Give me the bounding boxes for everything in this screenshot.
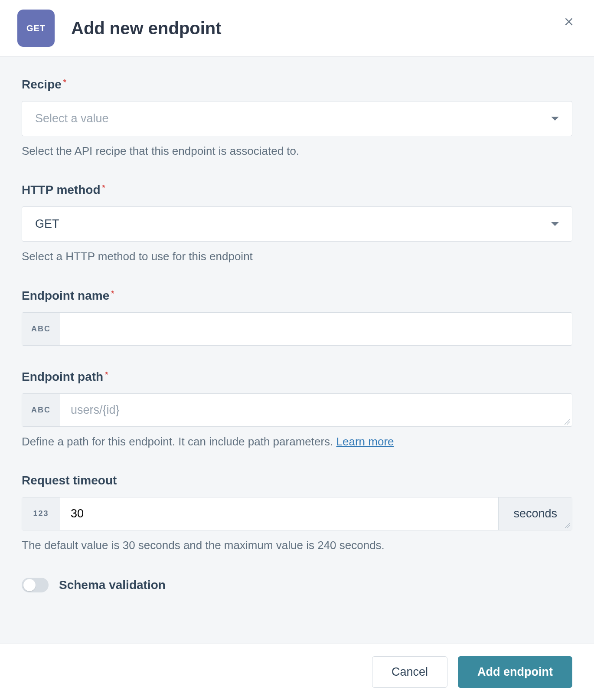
http-method-badge: GET <box>17 10 55 47</box>
http-method-help: Select a HTTP method to use for this end… <box>22 249 572 264</box>
field-request-timeout: Request timeout 123 seconds The default … <box>22 474 572 553</box>
cancel-button[interactable]: Cancel <box>372 656 447 688</box>
recipe-label-text: Recipe <box>22 78 62 91</box>
text-type-icon: ABC <box>22 313 60 345</box>
http-method-value: GET <box>35 217 59 231</box>
recipe-label: Recipe* <box>22 78 572 92</box>
add-endpoint-button[interactable]: Add endpoint <box>458 656 572 688</box>
field-endpoint-name: Endpoint name* ABC <box>22 289 572 346</box>
dialog-header: GET Add new endpoint <box>0 0 594 57</box>
close-icon <box>563 16 574 27</box>
close-button[interactable] <box>563 16 575 28</box>
http-method-label: HTTP method* <box>22 183 572 197</box>
recipe-select[interactable]: Select a value <box>22 101 572 136</box>
endpoint-name-label: Endpoint name* <box>22 289 572 303</box>
field-recipe: Recipe* Select a value Select the API re… <box>22 78 572 159</box>
request-timeout-input-group: 123 seconds <box>22 497 572 530</box>
endpoint-path-help-text: Define a path for this endpoint. It can … <box>22 435 336 448</box>
endpoint-path-input-group: ABC <box>22 393 572 427</box>
dialog-footer: Cancel Add endpoint <box>0 644 594 700</box>
request-timeout-help: The default value is 30 seconds and the … <box>22 537 572 553</box>
recipe-help: Select the API recipe that this endpoint… <box>22 143 572 159</box>
field-schema-validation: Schema validation <box>22 578 572 592</box>
chevron-down-icon <box>551 117 559 121</box>
dialog-body: Recipe* Select a value Select the API re… <box>0 57 594 644</box>
endpoint-name-label-text: Endpoint name <box>22 289 109 302</box>
schema-validation-label: Schema validation <box>59 578 166 592</box>
required-indicator: * <box>63 78 66 87</box>
required-indicator: * <box>102 183 105 192</box>
endpoint-path-help: Define a path for this endpoint. It can … <box>22 434 572 449</box>
endpoint-name-input[interactable] <box>60 313 572 345</box>
endpoint-name-input-group: ABC <box>22 312 572 346</box>
chevron-down-icon <box>551 222 559 226</box>
http-method-label-text: HTTP method <box>22 183 100 196</box>
endpoint-path-label-text: Endpoint path <box>22 370 103 383</box>
http-method-select[interactable]: GET <box>22 206 572 242</box>
field-endpoint-path: Endpoint path* ABC Define a path for thi… <box>22 370 572 449</box>
endpoint-path-label: Endpoint path* <box>22 370 572 384</box>
field-http-method: HTTP method* GET Select a HTTP method to… <box>22 183 572 264</box>
text-type-icon: ABC <box>22 394 60 426</box>
request-timeout-input[interactable] <box>60 497 498 530</box>
endpoint-path-input[interactable] <box>60 394 572 426</box>
required-indicator: * <box>105 370 108 379</box>
learn-more-link[interactable]: Learn more <box>336 435 394 448</box>
dialog-title: Add new endpoint <box>71 19 222 38</box>
number-type-icon: 123 <box>22 497 60 530</box>
request-timeout-label: Request timeout <box>22 474 572 487</box>
schema-validation-toggle[interactable] <box>22 578 49 592</box>
recipe-select-placeholder: Select a value <box>35 112 109 125</box>
request-timeout-unit: seconds <box>498 497 572 530</box>
required-indicator: * <box>111 289 114 298</box>
